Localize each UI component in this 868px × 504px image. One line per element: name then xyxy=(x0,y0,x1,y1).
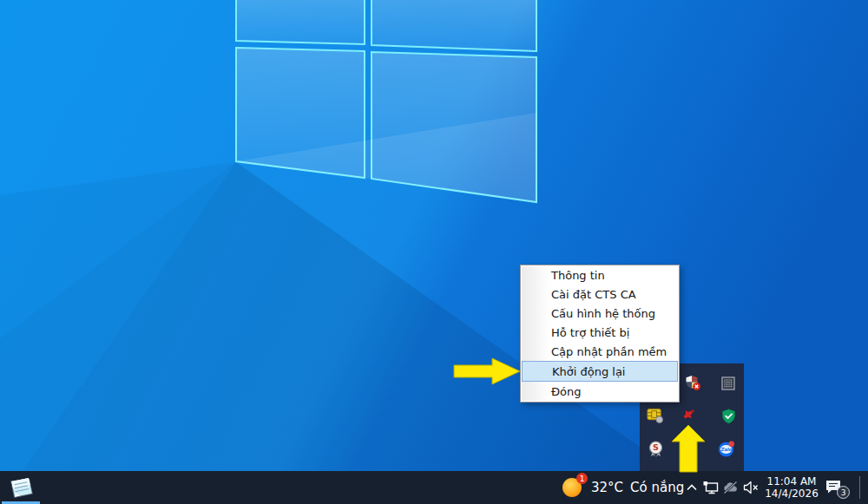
tray-context-menu: Thông tin Cài đặt CTS CA Cấu hình hệ thố… xyxy=(520,265,680,403)
taskbar-weather-widget[interactable]: 1 32°C Có nắng xyxy=(560,471,684,504)
menu-item-dong[interactable]: Đóng xyxy=(521,382,679,401)
ethernet-network-icon xyxy=(702,480,720,495)
speaker-muted-icon xyxy=(742,480,760,495)
onedrive-tray-button[interactable] xyxy=(721,471,740,504)
volume-tray-button[interactable] xyxy=(741,471,760,504)
taskbar-notepad-button[interactable] xyxy=(0,471,42,504)
chevron-up-icon xyxy=(685,481,699,494)
network-tray-button[interactable] xyxy=(701,471,720,504)
grid-app-icon[interactable] xyxy=(720,375,737,392)
show-desktop-button[interactable] xyxy=(860,471,868,504)
desktop-screen: S Zalo Thông tin Cài đặt CTS CA Cấu hình… xyxy=(0,0,868,504)
smartcard-icon[interactable] xyxy=(647,407,664,424)
zalo-label: Zalo xyxy=(720,447,732,452)
s-medal-icon[interactable]: S xyxy=(647,441,664,458)
menu-item-cap-nhat-phan-mem[interactable]: Cập nhật phần mềm xyxy=(521,342,679,361)
zalo-icon[interactable]: Zalo xyxy=(718,440,735,457)
weather-temperature: 32°C xyxy=(591,480,623,495)
action-center-button[interactable]: 3 xyxy=(821,471,856,504)
cloud-offline-icon xyxy=(722,480,740,495)
vertical-annotation-arrow xyxy=(670,423,707,474)
action-center-badge: 3 xyxy=(837,486,850,499)
taskbar-clock[interactable]: 11:04 AM 14/4/2026 xyxy=(764,475,819,500)
clock-time: 11:04 AM xyxy=(764,475,819,488)
medal-letter: S xyxy=(653,442,659,452)
menu-item-ho-tro-thiet-bi[interactable]: Hỗ trợ thiết bị xyxy=(521,324,679,343)
shield-check-icon[interactable] xyxy=(720,408,737,425)
usb-token-icon[interactable] xyxy=(681,405,698,422)
menu-item-thong-tin[interactable]: Thông tin xyxy=(521,266,679,285)
menu-item-cau-hinh-he-thong[interactable]: Cấu hình hệ thống xyxy=(521,304,679,324)
menu-item-cai-dat-cts-ca[interactable]: Cài đặt CTS CA xyxy=(521,285,679,304)
menu-item-khoi-dong-lai[interactable]: Khởi động lại xyxy=(522,361,678,382)
notepad-icon xyxy=(8,475,34,501)
weather-condition: Có nắng xyxy=(630,480,684,495)
clock-date: 14/4/2026 xyxy=(764,488,819,500)
horizontal-annotation-arrow xyxy=(451,356,523,389)
tray-chevron-up-button[interactable] xyxy=(682,471,701,504)
weather-badge: 1 xyxy=(576,473,588,484)
defender-alert-icon[interactable] xyxy=(684,374,701,391)
taskbar: 1 32°C Có nắng xyxy=(0,471,868,504)
